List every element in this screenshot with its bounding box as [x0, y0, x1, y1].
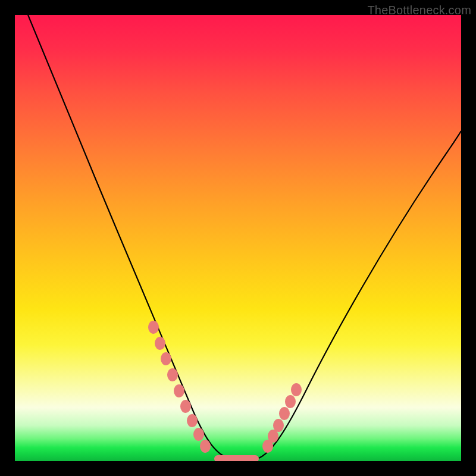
svg-point-1 — [155, 337, 165, 350]
svg-point-11 — [273, 419, 284, 432]
svg-point-6 — [187, 414, 198, 427]
svg-point-7 — [193, 428, 204, 441]
bottleneck-curve — [28, 15, 461, 460]
watermark-text: TheBottleneck.com — [367, 4, 471, 17]
bottom-marker-bar — [214, 455, 259, 461]
svg-point-13 — [285, 395, 296, 408]
svg-point-12 — [279, 407, 290, 420]
svg-point-2 — [161, 352, 171, 365]
svg-point-5 — [180, 400, 191, 413]
svg-point-3 — [167, 368, 178, 381]
chart-plot-area — [15, 15, 461, 461]
left-marker-cluster — [148, 321, 211, 453]
svg-point-8 — [200, 440, 211, 453]
svg-point-4 — [174, 384, 184, 397]
right-marker-cluster — [262, 383, 302, 453]
svg-point-0 — [148, 321, 159, 334]
chart-svg — [15, 15, 461, 461]
svg-point-14 — [291, 383, 302, 396]
